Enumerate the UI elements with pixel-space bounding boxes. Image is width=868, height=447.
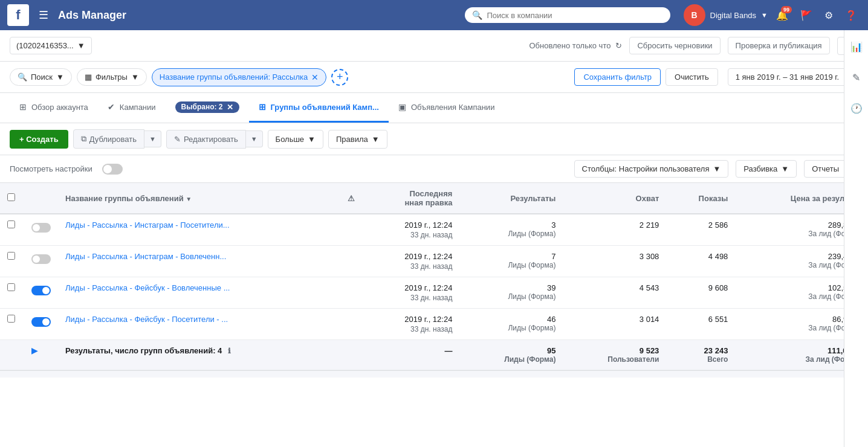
name-header[interactable]: Название группы объявлений ▼ xyxy=(58,183,340,214)
date-value: 2019 г., 12:24 xyxy=(369,252,453,261)
results-label: Лиды (Форма) xyxy=(467,261,555,269)
ad-group-link[interactable]: Лиды - Рассылка - Инстаграм - Посетители… xyxy=(65,220,333,230)
horizontal-scroll[interactable] xyxy=(0,370,868,378)
chevron-down-icon: ▼ xyxy=(131,72,139,82)
search-input[interactable] xyxy=(487,11,663,20)
filters-button[interactable]: ▦ Фильтры ▼ xyxy=(77,68,147,86)
duplicate-button[interactable]: ⧉ Дублировать xyxy=(73,129,144,149)
notifications-icon[interactable]: 🔔 99 xyxy=(772,6,792,25)
checkbox-header xyxy=(0,183,24,214)
account-selector[interactable]: (10202416353... ▼ xyxy=(10,37,92,54)
warning-cell xyxy=(340,277,362,309)
date-relative: 33 дн. назад xyxy=(369,294,453,302)
nav-actions: B Digital Bands ▼ 🔔 99 🚩 ⚙ ❓ xyxy=(684,4,861,26)
edit-button[interactable]: ✎ Редактировать xyxy=(166,130,246,149)
tab-ads[interactable]: ▣ Объявления Кампании xyxy=(389,93,505,123)
results-cell: 3 Лиды (Форма) xyxy=(459,214,563,246)
search-icon: 🔍 xyxy=(472,10,482,20)
help-icon[interactable]: ❓ xyxy=(841,6,861,25)
info-icon[interactable]: ℹ xyxy=(228,347,231,355)
settings-right: Столбцы: Настройки пользователя ▼ Разбив… xyxy=(574,160,858,178)
hamburger-icon[interactable]: ☰ xyxy=(35,5,52,25)
summary-impressions-value: 23 243 xyxy=(673,346,728,355)
more-button[interactable]: Больше ▼ xyxy=(268,130,323,149)
search-button[interactable]: 🔍 Поиск ▼ xyxy=(10,68,72,86)
ad-group-link[interactable]: Лиды - Рассылка - Фейсбук - Посетители -… xyxy=(65,315,333,324)
clock-sidebar-icon[interactable]: 🕐 xyxy=(847,99,866,118)
flag-icon[interactable]: 🚩 xyxy=(797,6,816,25)
reach-header[interactable]: Охват xyxy=(563,183,666,214)
right-sidebar: 📊 ✎ 🕐 xyxy=(844,30,868,447)
row-toggle[interactable] xyxy=(31,254,51,264)
duplicate-icon: ⧉ xyxy=(81,134,86,144)
edit-dropdown-button[interactable]: ▼ xyxy=(246,130,263,147)
deselect-icon[interactable]: ✕ xyxy=(227,103,233,112)
columns-button[interactable]: Столбцы: Настройки пользователя ▼ xyxy=(574,160,729,178)
facebook-logo: f xyxy=(7,4,29,26)
price-label: За лид (Форма) xyxy=(742,324,861,332)
tab-campaigns[interactable]: ✔ Кампании xyxy=(98,93,166,123)
table-row: Лиды - Рассылка - Инстаграм - Посетители… xyxy=(0,214,868,246)
row-checkbox[interactable] xyxy=(7,220,15,228)
price-value: 289,86 р. xyxy=(742,220,861,230)
reach-cell: 3 014 xyxy=(563,309,666,340)
tab-adgroups[interactable]: ⊞ Группы объявлений Камп... xyxy=(249,93,389,123)
save-filter-button[interactable]: Сохранить фильтр xyxy=(574,68,661,86)
summary-results: 95 Лиды (Форма) xyxy=(459,340,563,370)
view-settings-toggle[interactable] xyxy=(102,164,123,175)
impressions-header[interactable]: Показы xyxy=(666,183,735,214)
date-value: 2019 г., 12:24 xyxy=(369,220,453,230)
create-button[interactable]: + Создать xyxy=(10,130,68,149)
ad-group-link[interactable]: Лиды - Рассылка - Фейсбук - Вовлеченные … xyxy=(65,283,333,292)
row-toggle[interactable] xyxy=(31,286,51,295)
remove-filter-icon[interactable]: ✕ xyxy=(311,72,319,82)
summary-date: — xyxy=(362,340,460,370)
summary-reach-label: Пользователи xyxy=(570,355,659,364)
filter-actions: Сохранить фильтр Очистить 1 янв 2019 г. … xyxy=(574,68,858,86)
chevron-down-icon: ▼ xyxy=(372,135,380,144)
reach-value: 3 308 xyxy=(570,252,659,261)
toggle-knob xyxy=(33,256,40,263)
results-value: 46 xyxy=(467,315,555,324)
clear-filter-button[interactable]: Очистить xyxy=(666,68,718,86)
row-checkbox[interactable] xyxy=(7,252,15,260)
row-toggle[interactable] xyxy=(31,223,51,233)
search-bar: 🔍 xyxy=(465,7,670,23)
price-value: 239,44 р. xyxy=(742,252,861,261)
avatar[interactable]: B xyxy=(684,4,705,26)
results-header[interactable]: Результаты xyxy=(459,183,563,214)
main-area: ⊞ Обзор аккаунта ✔ Кампании Выбрано: 2 ✕… xyxy=(0,93,868,447)
row-checkbox[interactable] xyxy=(7,315,15,323)
row-toggle[interactable] xyxy=(31,317,51,327)
select-all-checkbox[interactable] xyxy=(7,193,15,201)
toggle-knob xyxy=(42,318,50,326)
expand-icon[interactable]: ▶ xyxy=(31,346,37,355)
duplicate-dropdown-button[interactable]: ▼ xyxy=(144,130,161,147)
tab-selected[interactable]: Выбрано: 2 ✕ xyxy=(166,93,249,123)
user-name: Digital Bands xyxy=(710,11,757,20)
pencil-sidebar-icon[interactable]: ✎ xyxy=(849,68,864,87)
last-edit-header[interactable]: Последняянная правка xyxy=(362,183,460,214)
summary-price-value: 111,01 р. xyxy=(742,346,861,355)
price-label: За лид (Форма) xyxy=(742,230,861,238)
sort-icon: ▼ xyxy=(186,196,192,202)
toolbar: (10202416353... ▼ Обновлено только что ↻… xyxy=(0,30,868,62)
chevron-down-icon: ▼ xyxy=(713,164,721,173)
check-publish-button[interactable]: Проверка и публикация xyxy=(728,37,830,54)
results-label: Лиды (Форма) xyxy=(467,324,555,332)
tabs-bar: ⊞ Обзор аккаунта ✔ Кампании Выбрано: 2 ✕… xyxy=(0,93,868,123)
row-checkbox[interactable] xyxy=(7,283,15,291)
ad-group-link[interactable]: Лиды - Рассылка - Инстаграм - Вовлеченн.… xyxy=(65,252,333,261)
table-row: Лиды - Рассылка - Инстаграм - Вовлеченн.… xyxy=(0,246,868,277)
breakdown-button[interactable]: Разбивка ▼ xyxy=(736,160,797,178)
rules-button[interactable]: Правила ▼ xyxy=(328,130,387,149)
chart-sidebar-icon[interactable]: 📊 xyxy=(847,37,866,56)
dropdown-arrow[interactable]: ▼ xyxy=(761,11,768,19)
refresh-icon[interactable]: ↻ xyxy=(615,41,622,50)
add-filter-button[interactable]: + xyxy=(331,69,348,86)
adgroups-icon: ⊞ xyxy=(259,102,266,112)
tab-overview[interactable]: ⊞ Обзор аккаунта xyxy=(10,93,98,123)
settings-icon[interactable]: ⚙ xyxy=(821,6,837,25)
reset-drafts-button[interactable]: Сбросить черновики xyxy=(629,37,720,54)
date-range-button[interactable]: 1 янв 2019 г. – 31 янв 2019 г. ▼ xyxy=(728,68,858,86)
